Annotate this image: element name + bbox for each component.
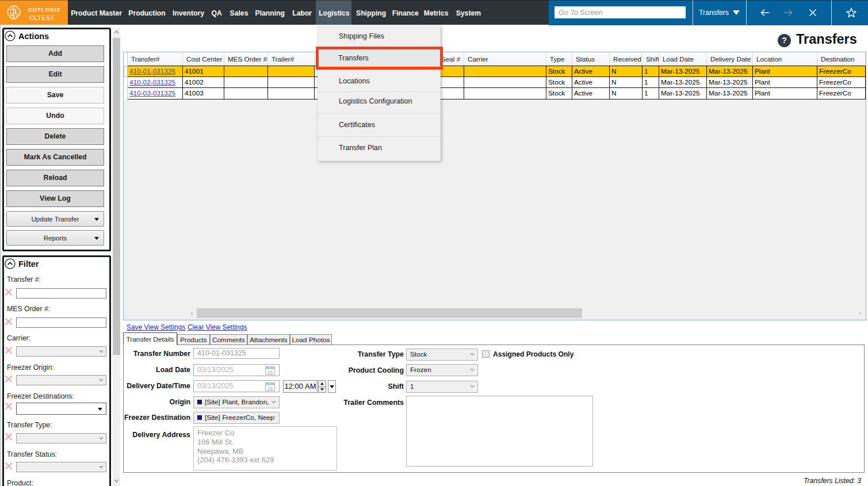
svg-text:15: 15 bbox=[267, 386, 273, 391]
svg-text:15: 15 bbox=[267, 370, 273, 375]
